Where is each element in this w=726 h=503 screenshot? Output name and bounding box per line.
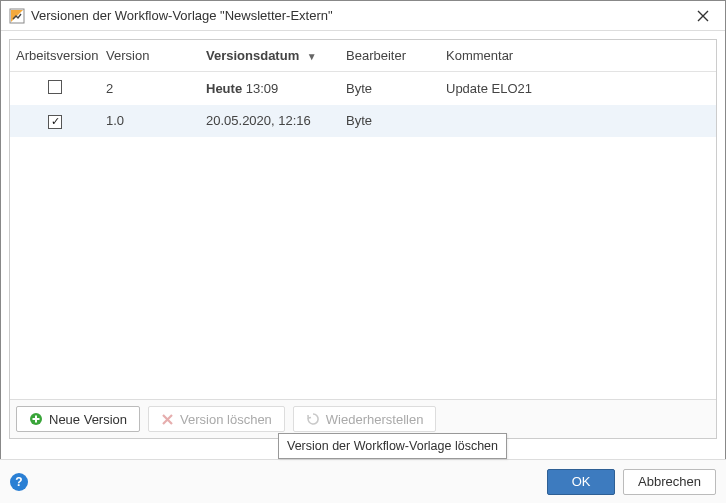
cell-date-rest: 13:09 <box>242 81 278 96</box>
cancel-button[interactable]: Abbrechen <box>623 469 716 495</box>
col-version[interactable]: Version <box>100 40 200 72</box>
restore-label: Wiederherstellen <box>326 412 424 427</box>
cell-version: 1.0 <box>100 105 200 137</box>
new-version-button[interactable]: Neue Version <box>16 406 140 432</box>
versions-table: Arbeitsversion Version Versionsdatum ▼ B… <box>10 40 716 137</box>
versions-tbody: 2 Heute 13:09 Byte Update ELO21 1.0 20.0… <box>10 72 716 137</box>
delete-version-button[interactable]: Version löschen <box>148 406 285 432</box>
sort-desc-icon: ▼ <box>307 51 317 62</box>
restore-button[interactable]: Wiederherstellen <box>293 406 437 432</box>
content-frame: Arbeitsversion Version Versionsdatum ▼ B… <box>9 39 717 439</box>
restore-icon <box>306 412 320 426</box>
tooltip-delete-version: Version der Workflow-Vorlage löschen <box>278 433 507 459</box>
close-icon <box>697 10 709 22</box>
delete-version-label: Version löschen <box>180 412 272 427</box>
help-button[interactable]: ? <box>10 473 28 491</box>
ok-button[interactable]: OK <box>547 469 615 495</box>
table-row[interactable]: 1.0 20.05.2020, 12:16 Byte <box>10 105 716 137</box>
cell-date-prefix: Heute <box>206 81 242 96</box>
help-icon: ? <box>15 475 22 489</box>
work-version-checkbox[interactable] <box>48 115 62 129</box>
window-title: Versionen der Workflow-Vorlage "Newslett… <box>31 8 689 23</box>
work-version-checkbox[interactable] <box>48 80 62 94</box>
cell-date: Heute 13:09 <box>200 72 340 106</box>
delete-x-icon <box>161 413 174 426</box>
plus-circle-icon <box>29 412 43 426</box>
cell-date-rest: 20.05.2020, 12:16 <box>206 113 311 128</box>
app-icon <box>9 8 25 24</box>
cell-comment <box>440 105 716 137</box>
close-button[interactable] <box>689 4 717 28</box>
cell-version: 2 <box>100 72 200 106</box>
col-editor[interactable]: Bearbeiter <box>340 40 440 72</box>
col-comment[interactable]: Kommentar <box>440 40 716 72</box>
cell-editor: Byte <box>340 72 440 106</box>
cell-comment: Update ELO21 <box>440 72 716 106</box>
table-row[interactable]: 2 Heute 13:09 Byte Update ELO21 <box>10 72 716 106</box>
titlebar: Versionen der Workflow-Vorlage "Newslett… <box>1 1 725 31</box>
col-version-date[interactable]: Versionsdatum ▼ <box>200 40 340 72</box>
cell-date: 20.05.2020, 12:16 <box>200 105 340 137</box>
new-version-label: Neue Version <box>49 412 127 427</box>
versions-table-wrap: Arbeitsversion Version Versionsdatum ▼ B… <box>10 40 716 399</box>
col-work-version[interactable]: Arbeitsversion <box>10 40 100 72</box>
footer: ? OK Abbrechen <box>0 459 726 503</box>
cell-editor: Byte <box>340 105 440 137</box>
col-version-date-label: Versionsdatum <box>206 48 299 63</box>
